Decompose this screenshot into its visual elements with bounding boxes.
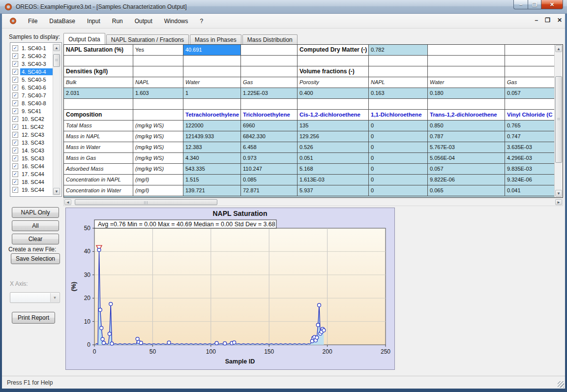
table-cell[interactable] bbox=[64, 99, 133, 110]
list-item[interactable]: ✓19. SC44 bbox=[11, 186, 53, 194]
table-cell[interactable] bbox=[241, 45, 298, 56]
table-cell[interactable]: 1.613E-03 bbox=[298, 175, 369, 185]
tab-mass-distribution[interactable]: Mass Distribution bbox=[242, 34, 298, 44]
table-cell[interactable] bbox=[133, 110, 183, 121]
table-cell[interactable]: 0 bbox=[369, 121, 428, 131]
chevron-down-icon[interactable]: ▼ bbox=[50, 293, 59, 302]
table-cell[interactable]: NAPL bbox=[369, 77, 428, 88]
table-cell[interactable]: Volume fractions (-) bbox=[298, 66, 369, 77]
napl-only-button[interactable]: NAPL Only bbox=[12, 207, 59, 218]
table-cell[interactable]: (mg/kg WS) bbox=[133, 121, 183, 131]
table-cell[interactable] bbox=[183, 99, 241, 110]
table-cell[interactable] bbox=[505, 56, 559, 66]
list-item[interactable]: ✓12. SC43 bbox=[11, 131, 53, 139]
checkbox-checked-icon[interactable]: ✓ bbox=[12, 85, 18, 90]
table-cell[interactable]: Densities (kg/l) bbox=[64, 66, 133, 77]
table-cell[interactable] bbox=[241, 99, 298, 110]
list-item[interactable]: ✓15. SC43 bbox=[11, 154, 53, 162]
table-cell[interactable]: Cis-1,2-dichloroethene bbox=[298, 110, 369, 121]
table-cell[interactable]: 0.051 bbox=[298, 153, 369, 164]
table-cell[interactable]: 0.787 bbox=[428, 131, 505, 142]
checkbox-checked-icon[interactable]: ✓ bbox=[12, 124, 18, 130]
table-cell[interactable]: (mg/kg WS) bbox=[133, 164, 183, 175]
table-cell[interactable]: 4.296E-03 bbox=[505, 153, 559, 164]
table-cell[interactable]: 1.603 bbox=[133, 88, 183, 99]
table-cell[interactable] bbox=[369, 99, 428, 110]
table-cell[interactable] bbox=[183, 56, 241, 66]
table-cell[interactable] bbox=[428, 45, 505, 56]
checkbox-checked-icon[interactable]: ✓ bbox=[12, 69, 18, 75]
table-cell[interactable]: Water bbox=[428, 77, 505, 88]
save-selection-button[interactable]: Save Selection bbox=[11, 253, 60, 264]
table-cell[interactable]: 40.691 bbox=[183, 45, 241, 56]
table-cell[interactable] bbox=[428, 66, 505, 77]
x-axis-combobox[interactable]: ▼ bbox=[10, 292, 60, 303]
clear-button[interactable]: Clear bbox=[12, 234, 59, 244]
table-cell[interactable] bbox=[133, 99, 183, 110]
table-cell[interactable]: Gas bbox=[241, 77, 298, 88]
table-cell[interactable]: Mass in Water bbox=[64, 142, 133, 153]
checkbox-checked-icon[interactable]: ✓ bbox=[12, 92, 18, 98]
table-cell[interactable]: 0.163 bbox=[369, 88, 428, 99]
table-cell[interactable] bbox=[298, 99, 369, 110]
table-cell[interactable]: 0.850 bbox=[428, 121, 505, 131]
table-cell[interactable]: 2.031 bbox=[64, 88, 133, 99]
table-cell[interactable] bbox=[369, 56, 428, 66]
table-cell[interactable]: Porosity bbox=[298, 77, 369, 88]
table-cell[interactable]: 0 bbox=[369, 153, 428, 164]
table-cell[interactable]: 0 bbox=[369, 164, 428, 175]
table-cell[interactable]: 12.383 bbox=[183, 142, 241, 153]
table-cell[interactable]: 0 bbox=[369, 175, 428, 185]
list-item[interactable]: ✓1. SC40-1 bbox=[11, 44, 53, 52]
table-cell[interactable]: 0.041 bbox=[505, 185, 559, 196]
table-cell[interactable]: Water bbox=[183, 77, 241, 88]
checkbox-checked-icon[interactable]: ✓ bbox=[12, 108, 18, 114]
table-cell[interactable]: 9.822E-06 bbox=[428, 175, 505, 185]
table-cell[interactable]: 0 bbox=[369, 185, 428, 196]
table-cell[interactable]: 3.635E-03 bbox=[505, 142, 559, 153]
table-cell[interactable]: 0 bbox=[369, 142, 428, 153]
checkbox-checked-icon[interactable]: ✓ bbox=[12, 163, 18, 169]
table-cell[interactable]: 121439.933 bbox=[183, 131, 241, 142]
list-item[interactable]: ✓18. SC44 bbox=[11, 178, 53, 186]
table-cell[interactable] bbox=[241, 66, 298, 77]
table-cell[interactable]: Trichloroethylene bbox=[241, 110, 298, 121]
list-item[interactable]: ✓5. SC40-5 bbox=[11, 76, 53, 84]
table-cell[interactable]: (mg/kg WS) bbox=[133, 131, 183, 142]
table-cell[interactable]: 6842.330 bbox=[241, 131, 298, 142]
table-cell[interactable]: 5.056E-04 bbox=[428, 153, 505, 164]
scroll-right-icon[interactable]: ► bbox=[555, 199, 562, 205]
checkbox-checked-icon[interactable]: ✓ bbox=[12, 53, 18, 59]
table-cell[interactable]: Gas bbox=[505, 77, 559, 88]
list-item[interactable]: ✓11. SC42 bbox=[11, 123, 53, 131]
table-vertical-scrollbar[interactable]: ▲ ▼ bbox=[554, 45, 563, 197]
table-cell[interactable] bbox=[369, 66, 428, 77]
table-cell[interactable]: 5.937 bbox=[298, 185, 369, 196]
list-item[interactable]: ✓9. SC41 bbox=[11, 107, 53, 115]
list-item[interactable]: ✓7. SC40-7 bbox=[11, 91, 53, 99]
menu-item-database[interactable]: DataBase bbox=[44, 16, 80, 27]
menu-item-run[interactable]: Run bbox=[107, 16, 128, 27]
checkbox-checked-icon[interactable]: ✓ bbox=[12, 45, 18, 51]
table-cell[interactable] bbox=[241, 56, 298, 66]
checkbox-checked-icon[interactable]: ✓ bbox=[12, 61, 18, 67]
table-cell[interactable]: 72.871 bbox=[241, 185, 298, 196]
scroll-left-icon[interactable]: ◄ bbox=[64, 199, 71, 205]
checkbox-checked-icon[interactable]: ✓ bbox=[12, 100, 18, 106]
table-cell[interactable]: 0.526 bbox=[298, 142, 369, 153]
table-cell[interactable] bbox=[428, 56, 505, 66]
mdi-minimize-button[interactable]: – bbox=[535, 17, 538, 24]
checkbox-checked-icon[interactable]: ✓ bbox=[12, 116, 18, 122]
menu-item-output[interactable]: Output bbox=[130, 16, 157, 27]
tab-output-data[interactable]: Output Data bbox=[63, 33, 105, 44]
tab-mass-in-phases[interactable]: Mass in Phases bbox=[190, 34, 241, 44]
close-button[interactable]: ✕ bbox=[541, 0, 563, 9]
table-cell[interactable]: 6.458 bbox=[241, 142, 298, 153]
table-cell[interactable]: 1.225E-03 bbox=[241, 88, 298, 99]
table-cell[interactable]: Concentration in NAPL bbox=[64, 175, 133, 185]
table-cell[interactable] bbox=[298, 56, 369, 66]
table-cell[interactable]: 1.515 bbox=[183, 175, 241, 185]
checkbox-checked-icon[interactable]: ✓ bbox=[12, 140, 18, 146]
list-item[interactable]: ✓2. SC40-2 bbox=[11, 52, 53, 60]
table-cell[interactable]: 6960 bbox=[241, 121, 298, 131]
